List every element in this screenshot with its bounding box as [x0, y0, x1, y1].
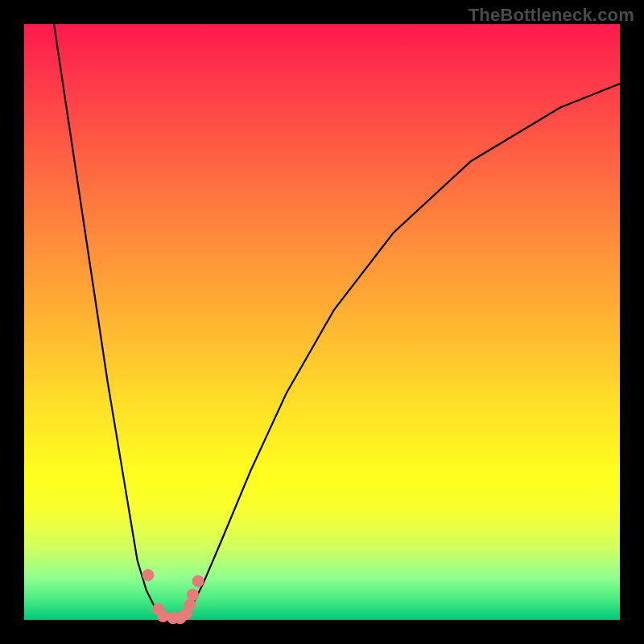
chart-area [24, 24, 620, 620]
data-markers [142, 569, 204, 624]
data-marker [192, 575, 204, 587]
data-marker [187, 588, 199, 601]
watermark-text: TheBottleneck.com [469, 5, 634, 26]
data-marker [142, 569, 154, 581]
chart-svg [24, 24, 620, 620]
data-marker [157, 610, 169, 622]
bottleneck-curve [54, 24, 620, 619]
